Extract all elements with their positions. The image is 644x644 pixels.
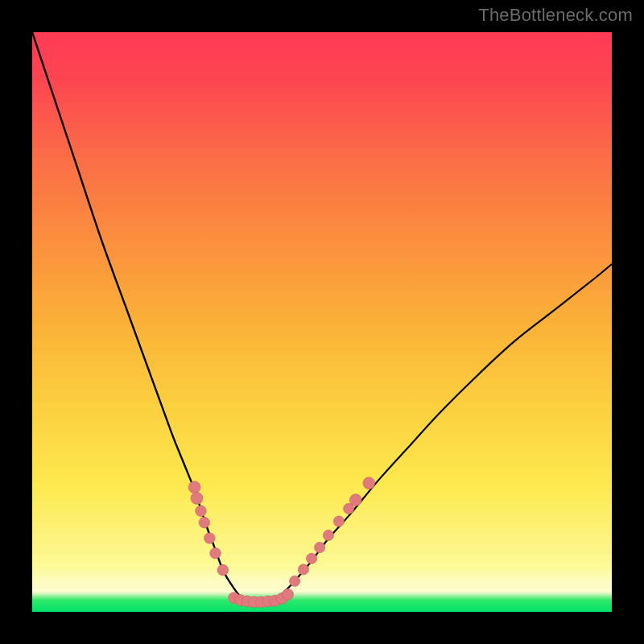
- data-marker: [204, 533, 216, 544]
- left-curve: [32, 32, 246, 601]
- data-marker: [210, 547, 221, 559]
- data-marker: [306, 553, 316, 564]
- marker-group: [188, 477, 375, 608]
- data-marker: [315, 542, 325, 552]
- data-marker: [290, 576, 300, 586]
- data-marker: [188, 481, 200, 493]
- data-marker: [349, 494, 361, 506]
- data-marker: [191, 492, 203, 504]
- watermark-text: TheBottleneck.com: [478, 5, 633, 26]
- data-marker: [323, 530, 333, 540]
- data-marker: [298, 564, 308, 575]
- data-marker: [199, 517, 210, 528]
- data-marker: [283, 588, 294, 600]
- data-marker: [217, 564, 229, 576]
- data-marker: [196, 506, 207, 517]
- curve-layer: [32, 32, 612, 612]
- plot-area: [32, 32, 612, 612]
- data-marker: [333, 516, 344, 526]
- data-marker: [363, 477, 375, 489]
- chart-frame: TheBottleneck.com: [0, 0, 644, 644]
